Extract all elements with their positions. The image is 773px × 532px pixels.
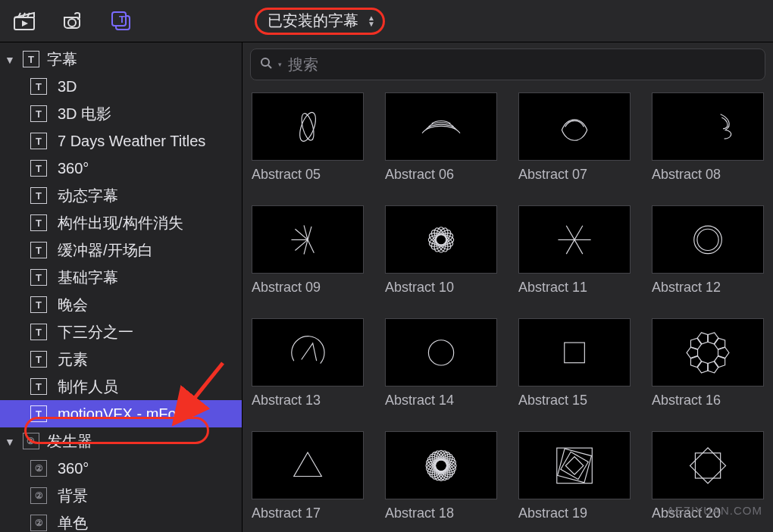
tile-label: Abstract 18 — [385, 505, 497, 521]
sidebar-item[interactable]: TmotionVFX - mForm — [0, 400, 242, 427]
sidebar-item[interactable]: T晚会 — [0, 291, 242, 318]
svg-point-58 — [427, 451, 456, 480]
tile-label: Abstract 06 — [385, 167, 497, 183]
svg-point-2 — [68, 19, 76, 27]
search-placeholder: 搜索 — [288, 55, 318, 75]
sidebar-item[interactable]: T3D — [0, 73, 242, 100]
sidebar-item[interactable]: T元素 — [0, 346, 242, 373]
tile[interactable]: Abstract 11 — [518, 205, 631, 306]
dropdown-label: 已安装的字幕 — [268, 11, 358, 31]
svg-text:T: T — [119, 14, 125, 25]
svg-marker-40 — [708, 361, 718, 372]
svg-line-15 — [295, 239, 308, 250]
tile[interactable]: Abstract 09 — [252, 205, 364, 306]
title-item-icon: T — [30, 324, 47, 340]
tile-thumbnail — [652, 431, 764, 499]
tile[interactable]: Abstract 16 — [652, 318, 764, 419]
sidebar-item[interactable]: T7 Days Weather Titles — [0, 127, 242, 155]
sidebar-item-label: 3D 电影 — [58, 104, 111, 124]
svg-marker-41 — [697, 361, 708, 372]
tile[interactable]: Abstract 18 — [385, 431, 497, 532]
title-item-icon: T — [30, 351, 47, 368]
search-field[interactable]: ▾ 搜索 — [250, 49, 765, 80]
tile[interactable]: Abstract 05 — [252, 92, 364, 193]
svg-point-34 — [694, 226, 722, 254]
tile-thumbnail — [652, 318, 764, 386]
sidebar-item-label: 缓冲器/开场白 — [58, 240, 153, 261]
tile-label: Abstract 17 — [252, 505, 364, 521]
top-toolbar: T 已安装的字幕 ▲▼ — [0, 0, 773, 42]
sidebar-item[interactable]: ②360° — [0, 455, 242, 482]
disclosure-triangle-icon: ▼ — [5, 54, 15, 66]
sidebar-item[interactable]: T基础字幕 — [0, 264, 242, 291]
tile[interactable]: Abstract 17 — [252, 431, 364, 532]
title-category-icon: T — [23, 51, 39, 67]
sidebar-item-label: 360° — [58, 460, 89, 477]
sidebar-item[interactable]: T动态字幕 — [0, 182, 242, 209]
tile[interactable]: Abstract 13 — [252, 318, 364, 419]
svg-point-55 — [436, 450, 447, 480]
tile-thumbnail — [252, 318, 364, 386]
sidebar-item[interactable]: T制作人员 — [0, 373, 242, 400]
tree-header-titles[interactable]: ▼ T 字幕 — [0, 45, 242, 73]
tile[interactable]: Abstract 12 — [652, 205, 764, 306]
sidebar-item[interactable]: T3D 电影 — [0, 100, 242, 127]
music-camera-icon[interactable] — [59, 8, 86, 35]
clapper-icon[interactable] — [11, 8, 38, 35]
tile-thumbnail — [252, 431, 364, 499]
tile-label: Abstract 05 — [252, 167, 364, 183]
tile-label: Abstract 15 — [518, 393, 631, 408]
sidebar-item-label: 制作人员 — [58, 377, 118, 397]
tree-header-generators[interactable]: ▼ ② 发生器 — [0, 427, 242, 455]
tile[interactable]: Abstract 07 — [518, 92, 631, 193]
sidebar-item-label: 构件出现/构件消失 — [58, 213, 183, 233]
tile[interactable]: Abstract 20 — [652, 431, 764, 532]
svg-point-3 — [77, 17, 80, 20]
titles-scope-dropdown-wrap: 已安装的字幕 ▲▼ — [255, 8, 385, 35]
tile[interactable]: Abstract 19 — [518, 431, 631, 532]
tile-label: Abstract 16 — [652, 393, 764, 408]
disclosure-triangle-icon: ▼ — [5, 436, 15, 448]
tree-header-label: 发生器 — [47, 431, 92, 452]
sidebar-item[interactable]: T下三分之一 — [0, 318, 242, 346]
svg-rect-63 — [561, 452, 588, 479]
tile[interactable]: Abstract 06 — [385, 92, 497, 193]
sidebar-item[interactable]: T构件出现/构件消失 — [0, 209, 242, 236]
search-icon — [260, 57, 272, 72]
generator-item-icon: ② — [30, 515, 47, 531]
title-item-icon: T — [30, 105, 47, 122]
tile-thumbnail — [518, 318, 631, 386]
sidebar-item[interactable]: T缓冲器/开场白 — [0, 236, 242, 264]
generator-item-icon: ② — [30, 460, 47, 477]
tree-group-generators: ▼ ② 发生器 ②360°②背景②单色 — [0, 427, 242, 532]
sidebar-item-label: 动态字幕 — [58, 186, 118, 206]
sidebar-item[interactable]: T360° — [0, 155, 242, 182]
tile-label: Abstract 08 — [652, 167, 764, 183]
tile-thumbnail — [385, 205, 497, 274]
svg-marker-1 — [22, 20, 28, 27]
content-panel: ▾ 搜索 Abstract 05Abstract 06Abstract 07Ab… — [243, 42, 773, 532]
title-item-icon: T — [30, 242, 47, 258]
tree-group-titles: ▼ T 字幕 T3DT3D 电影T7 Days Weather TitlesT3… — [0, 45, 242, 427]
search-chevron-icon: ▾ — [278, 61, 282, 68]
svg-point-36 — [428, 340, 453, 365]
tile[interactable]: Abstract 15 — [518, 318, 631, 419]
svg-point-49 — [426, 460, 456, 471]
title-item-icon: T — [30, 187, 47, 204]
titles-icon[interactable]: T — [108, 8, 135, 35]
sidebar-item[interactable]: ②单色 — [0, 509, 242, 532]
tile[interactable]: Abstract 08 — [652, 92, 764, 193]
titles-grid: Abstract 05Abstract 06Abstract 07Abstrac… — [243, 88, 773, 532]
titles-scope-dropdown[interactable]: 已安装的字幕 ▲▼ — [255, 8, 385, 35]
sidebar-item-label: 3D — [58, 78, 77, 95]
tile-thumbnail — [385, 92, 497, 161]
tile-thumbnail — [385, 431, 497, 499]
tile[interactable]: Abstract 14 — [385, 318, 497, 419]
title-item-icon: T — [30, 78, 47, 95]
sidebar-item-label: 单色 — [58, 513, 88, 533]
svg-point-52 — [427, 451, 456, 480]
tile-thumbnail — [252, 92, 364, 161]
svg-marker-47 — [714, 338, 724, 349]
sidebar-item[interactable]: ②背景 — [0, 482, 242, 509]
tile[interactable]: Abstract 10 — [385, 205, 497, 306]
